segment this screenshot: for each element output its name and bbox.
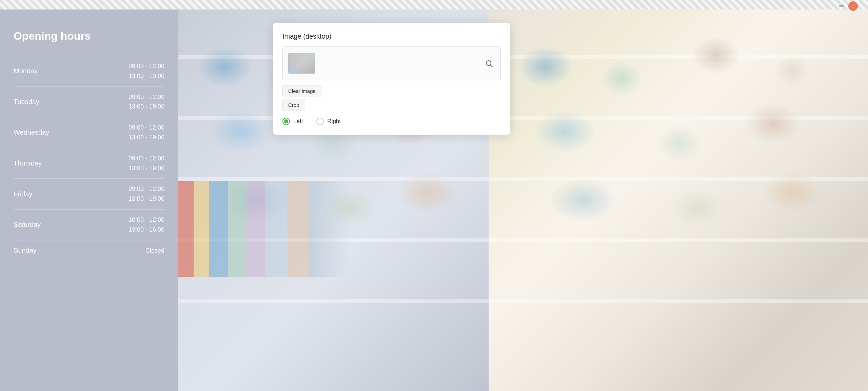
action-buttons: Clear image Crop bbox=[282, 85, 501, 111]
search-icon[interactable] bbox=[483, 57, 495, 70]
hours-wednesday: 09:00 - 12:0013:00 - 19:00 bbox=[129, 123, 164, 142]
edit-icon[interactable]: ✏ bbox=[839, 2, 845, 10]
products-overlay-right bbox=[489, 9, 868, 391]
hours-row-wednesday: Wednesday 09:00 - 12:0013:00 - 19:00 bbox=[14, 117, 164, 148]
day-sunday: Sunday bbox=[14, 247, 37, 254]
hours-row-sunday: Sunday Closed bbox=[14, 240, 164, 261]
radio-right-label: Right bbox=[327, 118, 341, 125]
color-products bbox=[178, 181, 489, 276]
hours-sunday: Closed bbox=[145, 246, 164, 256]
alignment-radio-group: Left Right bbox=[282, 118, 501, 125]
top-right-icons: ✏ U bbox=[839, 1, 858, 11]
hours-monday: 09:00 - 12:0013:00 - 19:00 bbox=[129, 61, 164, 81]
image-picker[interactable] bbox=[282, 46, 501, 80]
main-content: Opening hours Monday 09:00 - 12:0013:00 … bbox=[0, 9, 868, 391]
hours-friday: 09:00 - 12:0013:00 - 19:00 bbox=[129, 184, 164, 204]
shelf-right bbox=[489, 9, 868, 391]
hours-row-friday: Friday 09:00 - 12:0013:00 - 19:00 bbox=[14, 179, 164, 210]
clear-image-button[interactable]: Clear image bbox=[282, 85, 321, 97]
radio-right-indicator bbox=[316, 118, 324, 125]
day-monday: Monday bbox=[14, 67, 38, 75]
sidebar: Opening hours Monday 09:00 - 12:0013:00 … bbox=[0, 9, 178, 391]
sidebar-title: Opening hours bbox=[14, 30, 164, 42]
radio-option-right[interactable]: Right bbox=[316, 118, 341, 125]
day-tuesday: Tuesday bbox=[14, 98, 39, 106]
hours-tuesday: 09:00 - 12:0013:00 - 19:00 bbox=[129, 92, 164, 112]
hours-saturday: 10:00 - 12:0013:00 - 16:00 bbox=[129, 215, 164, 235]
hours-thursday: 09:00 - 12:0013:00 - 19:00 bbox=[129, 154, 164, 173]
top-bar: ✏ U bbox=[0, 0, 868, 9]
avatar-initials: U bbox=[852, 4, 855, 8]
modal-title: Image (desktop) bbox=[282, 33, 501, 40]
modal-panel: Image (desktop) Clear image Crop Left bbox=[273, 23, 510, 135]
hours-row-thursday: Thursday 09:00 - 12:0013:00 - 19:00 bbox=[14, 148, 164, 179]
day-thursday: Thursday bbox=[14, 159, 42, 167]
day-wednesday: Wednesday bbox=[14, 129, 49, 136]
hours-row-tuesday: Tuesday 09:00 - 12:0013:00 - 19:00 bbox=[14, 87, 164, 118]
user-avatar[interactable]: U bbox=[848, 1, 858, 11]
radio-left-label: Left bbox=[293, 118, 303, 125]
hours-row-monday: Monday 09:00 - 12:0013:00 - 19:00 bbox=[14, 56, 164, 87]
image-preview bbox=[288, 53, 315, 74]
day-saturday: Saturday bbox=[14, 221, 41, 229]
svg-line-1 bbox=[491, 65, 493, 67]
radio-left-indicator bbox=[282, 118, 290, 125]
hours-table: Monday 09:00 - 12:0013:00 - 19:00 Tuesda… bbox=[14, 56, 164, 261]
radio-option-left[interactable]: Left bbox=[282, 118, 303, 125]
day-friday: Friday bbox=[14, 190, 33, 198]
hours-row-saturday: Saturday 10:00 - 12:0013:00 - 16:00 bbox=[14, 210, 164, 240]
crop-button[interactable]: Crop bbox=[282, 99, 305, 111]
